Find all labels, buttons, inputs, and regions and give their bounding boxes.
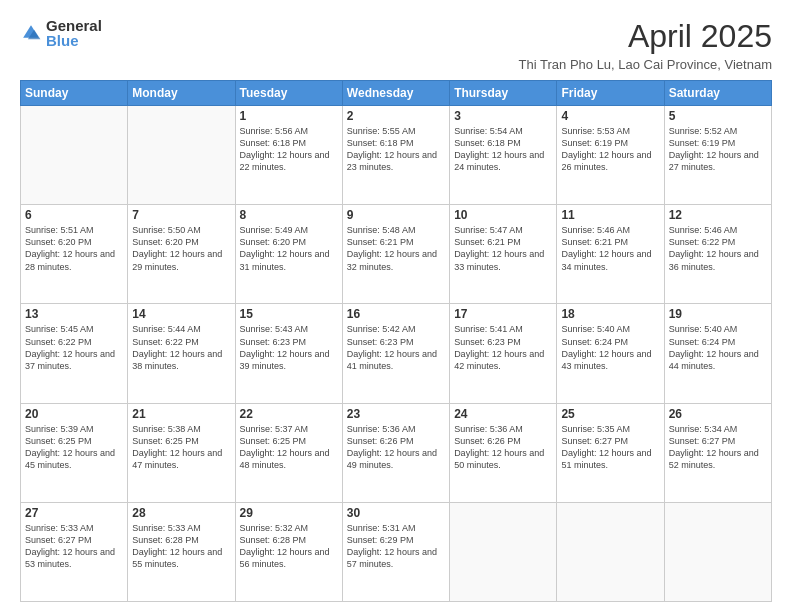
day-info: Sunrise: 5:40 AMSunset: 6:24 PMDaylight:… xyxy=(669,323,767,372)
day-info: Sunrise: 5:40 AMSunset: 6:24 PMDaylight:… xyxy=(561,323,659,372)
day-info: Sunrise: 5:33 AMSunset: 6:27 PMDaylight:… xyxy=(25,522,123,571)
calendar-cell xyxy=(664,502,771,601)
day-number: 1 xyxy=(240,109,338,123)
day-number: 21 xyxy=(132,407,230,421)
day-info: Sunrise: 5:53 AMSunset: 6:19 PMDaylight:… xyxy=(561,125,659,174)
calendar-cell: 9Sunrise: 5:48 AMSunset: 6:21 PMDaylight… xyxy=(342,205,449,304)
header: General Blue April 2025 Thi Tran Pho Lu,… xyxy=(20,18,772,72)
day-number: 30 xyxy=(347,506,445,520)
day-number: 6 xyxy=(25,208,123,222)
calendar-cell: 17Sunrise: 5:41 AMSunset: 6:23 PMDayligh… xyxy=(450,304,557,403)
calendar-cell: 8Sunrise: 5:49 AMSunset: 6:20 PMDaylight… xyxy=(235,205,342,304)
calendar-cell: 18Sunrise: 5:40 AMSunset: 6:24 PMDayligh… xyxy=(557,304,664,403)
day-number: 11 xyxy=(561,208,659,222)
title-area: April 2025 Thi Tran Pho Lu, Lao Cai Prov… xyxy=(519,18,772,72)
day-info: Sunrise: 5:32 AMSunset: 6:28 PMDaylight:… xyxy=(240,522,338,571)
calendar-cell: 3Sunrise: 5:54 AMSunset: 6:18 PMDaylight… xyxy=(450,106,557,205)
day-number: 17 xyxy=(454,307,552,321)
logo-icon xyxy=(20,22,42,44)
day-info: Sunrise: 5:39 AMSunset: 6:25 PMDaylight:… xyxy=(25,423,123,472)
day-info: Sunrise: 5:33 AMSunset: 6:28 PMDaylight:… xyxy=(132,522,230,571)
calendar-cell: 20Sunrise: 5:39 AMSunset: 6:25 PMDayligh… xyxy=(21,403,128,502)
logo-text: General Blue xyxy=(46,18,102,48)
calendar-cell: 30Sunrise: 5:31 AMSunset: 6:29 PMDayligh… xyxy=(342,502,449,601)
day-number: 27 xyxy=(25,506,123,520)
day-info: Sunrise: 5:46 AMSunset: 6:21 PMDaylight:… xyxy=(561,224,659,273)
day-number: 18 xyxy=(561,307,659,321)
calendar-cell: 24Sunrise: 5:36 AMSunset: 6:26 PMDayligh… xyxy=(450,403,557,502)
day-number: 29 xyxy=(240,506,338,520)
calendar-cell: 1Sunrise: 5:56 AMSunset: 6:18 PMDaylight… xyxy=(235,106,342,205)
day-info: Sunrise: 5:38 AMSunset: 6:25 PMDaylight:… xyxy=(132,423,230,472)
day-info: Sunrise: 5:35 AMSunset: 6:27 PMDaylight:… xyxy=(561,423,659,472)
day-number: 13 xyxy=(25,307,123,321)
header-friday: Friday xyxy=(557,81,664,106)
header-row: Sunday Monday Tuesday Wednesday Thursday… xyxy=(21,81,772,106)
day-info: Sunrise: 5:47 AMSunset: 6:21 PMDaylight:… xyxy=(454,224,552,273)
day-info: Sunrise: 5:44 AMSunset: 6:22 PMDaylight:… xyxy=(132,323,230,372)
calendar-cell: 27Sunrise: 5:33 AMSunset: 6:27 PMDayligh… xyxy=(21,502,128,601)
day-info: Sunrise: 5:43 AMSunset: 6:23 PMDaylight:… xyxy=(240,323,338,372)
day-number: 25 xyxy=(561,407,659,421)
calendar-cell: 13Sunrise: 5:45 AMSunset: 6:22 PMDayligh… xyxy=(21,304,128,403)
header-thursday: Thursday xyxy=(450,81,557,106)
day-number: 3 xyxy=(454,109,552,123)
day-number: 26 xyxy=(669,407,767,421)
day-info: Sunrise: 5:48 AMSunset: 6:21 PMDaylight:… xyxy=(347,224,445,273)
day-number: 20 xyxy=(25,407,123,421)
day-number: 5 xyxy=(669,109,767,123)
day-info: Sunrise: 5:36 AMSunset: 6:26 PMDaylight:… xyxy=(454,423,552,472)
calendar-header: Sunday Monday Tuesday Wednesday Thursday… xyxy=(21,81,772,106)
day-info: Sunrise: 5:54 AMSunset: 6:18 PMDaylight:… xyxy=(454,125,552,174)
calendar-cell: 11Sunrise: 5:46 AMSunset: 6:21 PMDayligh… xyxy=(557,205,664,304)
calendar-cell: 5Sunrise: 5:52 AMSunset: 6:19 PMDaylight… xyxy=(664,106,771,205)
calendar-cell: 15Sunrise: 5:43 AMSunset: 6:23 PMDayligh… xyxy=(235,304,342,403)
day-info: Sunrise: 5:52 AMSunset: 6:19 PMDaylight:… xyxy=(669,125,767,174)
header-monday: Monday xyxy=(128,81,235,106)
header-sunday: Sunday xyxy=(21,81,128,106)
calendar-cell: 2Sunrise: 5:55 AMSunset: 6:18 PMDaylight… xyxy=(342,106,449,205)
calendar-cell: 10Sunrise: 5:47 AMSunset: 6:21 PMDayligh… xyxy=(450,205,557,304)
day-number: 14 xyxy=(132,307,230,321)
calendar-cell: 29Sunrise: 5:32 AMSunset: 6:28 PMDayligh… xyxy=(235,502,342,601)
calendar-cell: 26Sunrise: 5:34 AMSunset: 6:27 PMDayligh… xyxy=(664,403,771,502)
calendar-cell: 21Sunrise: 5:38 AMSunset: 6:25 PMDayligh… xyxy=(128,403,235,502)
calendar-cell: 16Sunrise: 5:42 AMSunset: 6:23 PMDayligh… xyxy=(342,304,449,403)
calendar-subtitle: Thi Tran Pho Lu, Lao Cai Province, Vietn… xyxy=(519,57,772,72)
calendar-cell: 4Sunrise: 5:53 AMSunset: 6:19 PMDaylight… xyxy=(557,106,664,205)
calendar-table: Sunday Monday Tuesday Wednesday Thursday… xyxy=(20,80,772,602)
logo-blue-text: Blue xyxy=(46,33,102,48)
day-info: Sunrise: 5:36 AMSunset: 6:26 PMDaylight:… xyxy=(347,423,445,472)
day-info: Sunrise: 5:49 AMSunset: 6:20 PMDaylight:… xyxy=(240,224,338,273)
day-number: 7 xyxy=(132,208,230,222)
day-info: Sunrise: 5:46 AMSunset: 6:22 PMDaylight:… xyxy=(669,224,767,273)
calendar-cell xyxy=(450,502,557,601)
header-wednesday: Wednesday xyxy=(342,81,449,106)
day-number: 10 xyxy=(454,208,552,222)
day-number: 16 xyxy=(347,307,445,321)
day-info: Sunrise: 5:45 AMSunset: 6:22 PMDaylight:… xyxy=(25,323,123,372)
calendar-cell: 7Sunrise: 5:50 AMSunset: 6:20 PMDaylight… xyxy=(128,205,235,304)
day-info: Sunrise: 5:41 AMSunset: 6:23 PMDaylight:… xyxy=(454,323,552,372)
week-row-5: 27Sunrise: 5:33 AMSunset: 6:27 PMDayligh… xyxy=(21,502,772,601)
calendar-cell xyxy=(557,502,664,601)
day-number: 28 xyxy=(132,506,230,520)
day-number: 24 xyxy=(454,407,552,421)
day-info: Sunrise: 5:34 AMSunset: 6:27 PMDaylight:… xyxy=(669,423,767,472)
calendar-cell: 12Sunrise: 5:46 AMSunset: 6:22 PMDayligh… xyxy=(664,205,771,304)
day-number: 2 xyxy=(347,109,445,123)
day-number: 22 xyxy=(240,407,338,421)
calendar-title: April 2025 xyxy=(519,18,772,55)
calendar-cell: 25Sunrise: 5:35 AMSunset: 6:27 PMDayligh… xyxy=(557,403,664,502)
calendar-cell xyxy=(21,106,128,205)
day-info: Sunrise: 5:51 AMSunset: 6:20 PMDaylight:… xyxy=(25,224,123,273)
day-info: Sunrise: 5:50 AMSunset: 6:20 PMDaylight:… xyxy=(132,224,230,273)
day-number: 12 xyxy=(669,208,767,222)
day-number: 23 xyxy=(347,407,445,421)
page: General Blue April 2025 Thi Tran Pho Lu,… xyxy=(0,0,792,612)
day-number: 15 xyxy=(240,307,338,321)
week-row-4: 20Sunrise: 5:39 AMSunset: 6:25 PMDayligh… xyxy=(21,403,772,502)
day-number: 19 xyxy=(669,307,767,321)
day-number: 9 xyxy=(347,208,445,222)
calendar-cell: 22Sunrise: 5:37 AMSunset: 6:25 PMDayligh… xyxy=(235,403,342,502)
